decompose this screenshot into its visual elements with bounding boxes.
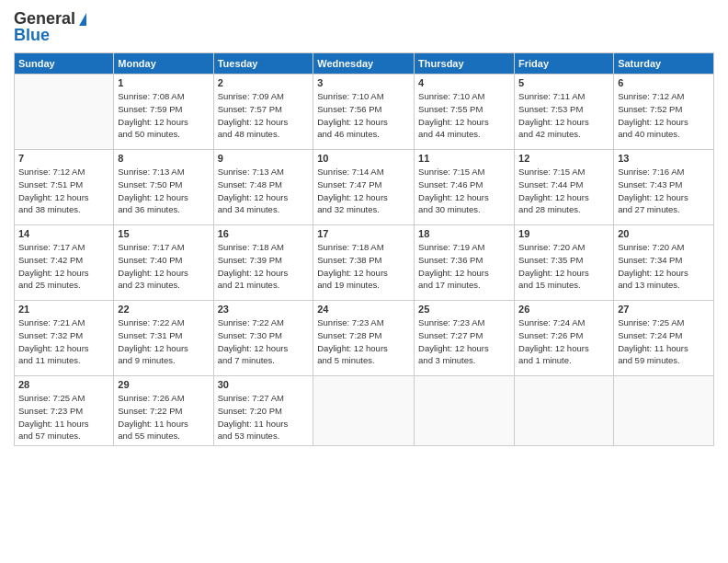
calendar-cell: 4Sunrise: 7:10 AMSunset: 7:55 PMDaylight… xyxy=(415,75,515,150)
day-info: Sunrise: 7:12 AMSunset: 7:51 PMDaylight:… xyxy=(18,166,109,216)
day-number: 16 xyxy=(218,228,310,239)
day-number: 7 xyxy=(18,153,109,164)
calendar-cell: 3Sunrise: 7:10 AMSunset: 7:56 PMDaylight… xyxy=(313,75,415,150)
day-number: 15 xyxy=(118,228,209,239)
calendar-cell: 7Sunrise: 7:12 AMSunset: 7:51 PMDaylight… xyxy=(15,150,114,225)
weekday-header-row: SundayMondayTuesdayWednesdayThursdayFrid… xyxy=(15,53,714,75)
day-info: Sunrise: 7:10 AMSunset: 7:55 PMDaylight:… xyxy=(418,90,510,141)
logo-blue: Blue xyxy=(14,26,50,45)
day-info: Sunrise: 7:26 AMSunset: 7:22 PMDaylight:… xyxy=(118,392,209,442)
day-number: 1 xyxy=(118,77,209,88)
calendar-cell: 16Sunrise: 7:18 AMSunset: 7:39 PMDayligh… xyxy=(213,225,313,301)
week-row-3: 14Sunrise: 7:17 AMSunset: 7:42 PMDayligh… xyxy=(15,225,714,301)
day-info: Sunrise: 7:20 AMSunset: 7:34 PMDaylight:… xyxy=(618,241,710,292)
calendar-cell: 9Sunrise: 7:13 AMSunset: 7:48 PMDaylight… xyxy=(213,150,313,225)
calendar-cell: 29Sunrise: 7:26 AMSunset: 7:22 PMDayligh… xyxy=(114,376,213,446)
logo: General Blue xyxy=(14,9,86,45)
calendar-cell: 11Sunrise: 7:15 AMSunset: 7:46 PMDayligh… xyxy=(415,150,515,225)
calendar-cell: 19Sunrise: 7:20 AMSunset: 7:35 PMDayligh… xyxy=(515,225,614,301)
weekday-header-monday: Monday xyxy=(114,53,213,75)
day-number: 6 xyxy=(618,77,710,88)
calendar-cell: 27Sunrise: 7:25 AMSunset: 7:24 PMDayligh… xyxy=(614,301,714,376)
day-number: 3 xyxy=(317,77,410,88)
calendar-cell xyxy=(415,376,515,446)
day-number: 2 xyxy=(218,77,310,88)
week-row-4: 21Sunrise: 7:21 AMSunset: 7:32 PMDayligh… xyxy=(15,301,714,376)
day-number: 23 xyxy=(218,304,310,315)
day-number: 26 xyxy=(518,304,609,315)
day-number: 20 xyxy=(618,228,710,239)
calendar-cell: 8Sunrise: 7:13 AMSunset: 7:50 PMDaylight… xyxy=(114,150,213,225)
day-number: 12 xyxy=(518,153,609,164)
header: General Blue xyxy=(14,9,714,45)
day-number: 30 xyxy=(218,379,310,390)
page: General Blue SundayMondayTuesdayWednesda… xyxy=(0,0,728,563)
day-number: 22 xyxy=(118,304,209,315)
calendar-cell xyxy=(515,376,614,446)
day-info: Sunrise: 7:23 AMSunset: 7:27 PMDaylight:… xyxy=(418,316,510,367)
calendar-cell: 15Sunrise: 7:17 AMSunset: 7:40 PMDayligh… xyxy=(114,225,213,301)
day-number: 11 xyxy=(418,153,510,164)
calendar-cell: 17Sunrise: 7:18 AMSunset: 7:38 PMDayligh… xyxy=(313,225,415,301)
calendar-cell: 28Sunrise: 7:25 AMSunset: 7:23 PMDayligh… xyxy=(15,376,114,446)
week-row-5: 28Sunrise: 7:25 AMSunset: 7:23 PMDayligh… xyxy=(15,376,714,446)
day-info: Sunrise: 7:15 AMSunset: 7:44 PMDaylight:… xyxy=(518,166,609,216)
day-number: 5 xyxy=(518,77,609,88)
calendar-cell: 10Sunrise: 7:14 AMSunset: 7:47 PMDayligh… xyxy=(313,150,415,225)
weekday-header-sunday: Sunday xyxy=(15,53,114,75)
weekday-header-thursday: Thursday xyxy=(415,53,515,75)
calendar-cell: 22Sunrise: 7:22 AMSunset: 7:31 PMDayligh… xyxy=(114,301,213,376)
calendar-cell: 12Sunrise: 7:15 AMSunset: 7:44 PMDayligh… xyxy=(515,150,614,225)
day-info: Sunrise: 7:17 AMSunset: 7:42 PMDaylight:… xyxy=(18,241,109,292)
day-info: Sunrise: 7:15 AMSunset: 7:46 PMDaylight:… xyxy=(418,166,510,216)
weekday-header-saturday: Saturday xyxy=(614,53,714,75)
calendar-cell: 26Sunrise: 7:24 AMSunset: 7:26 PMDayligh… xyxy=(515,301,614,376)
calendar-cell: 5Sunrise: 7:11 AMSunset: 7:53 PMDaylight… xyxy=(515,75,614,150)
day-number: 18 xyxy=(418,228,510,239)
day-info: Sunrise: 7:18 AMSunset: 7:38 PMDaylight:… xyxy=(317,241,410,292)
day-info: Sunrise: 7:17 AMSunset: 7:40 PMDaylight:… xyxy=(118,241,209,292)
calendar-table: SundayMondayTuesdayWednesdayThursdayFrid… xyxy=(14,52,714,446)
day-info: Sunrise: 7:13 AMSunset: 7:48 PMDaylight:… xyxy=(218,166,310,216)
calendar-cell: 14Sunrise: 7:17 AMSunset: 7:42 PMDayligh… xyxy=(15,225,114,301)
day-number: 25 xyxy=(418,304,510,315)
calendar-cell xyxy=(313,376,415,446)
calendar-cell: 20Sunrise: 7:20 AMSunset: 7:34 PMDayligh… xyxy=(614,225,714,301)
day-number: 4 xyxy=(418,77,510,88)
weekday-header-wednesday: Wednesday xyxy=(313,53,415,75)
day-info: Sunrise: 7:22 AMSunset: 7:30 PMDaylight:… xyxy=(218,316,310,367)
day-info: Sunrise: 7:09 AMSunset: 7:57 PMDaylight:… xyxy=(218,90,310,141)
day-info: Sunrise: 7:27 AMSunset: 7:20 PMDaylight:… xyxy=(218,392,310,442)
calendar-cell: 1Sunrise: 7:08 AMSunset: 7:59 PMDaylight… xyxy=(114,75,213,150)
day-info: Sunrise: 7:13 AMSunset: 7:50 PMDaylight:… xyxy=(118,166,209,216)
day-number: 19 xyxy=(518,228,609,239)
day-number: 27 xyxy=(618,304,710,315)
calendar-cell: 23Sunrise: 7:22 AMSunset: 7:30 PMDayligh… xyxy=(213,301,313,376)
day-info: Sunrise: 7:10 AMSunset: 7:56 PMDaylight:… xyxy=(317,90,410,141)
day-number: 17 xyxy=(317,228,410,239)
day-info: Sunrise: 7:14 AMSunset: 7:47 PMDaylight:… xyxy=(317,166,410,216)
day-number: 10 xyxy=(317,153,410,164)
week-row-1: 1Sunrise: 7:08 AMSunset: 7:59 PMDaylight… xyxy=(15,75,714,150)
week-row-2: 7Sunrise: 7:12 AMSunset: 7:51 PMDaylight… xyxy=(15,150,714,225)
day-info: Sunrise: 7:25 AMSunset: 7:23 PMDaylight:… xyxy=(18,392,109,442)
day-number: 24 xyxy=(317,304,410,315)
calendar-cell: 13Sunrise: 7:16 AMSunset: 7:43 PMDayligh… xyxy=(614,150,714,225)
day-info: Sunrise: 7:20 AMSunset: 7:35 PMDaylight:… xyxy=(518,241,609,292)
weekday-header-tuesday: Tuesday xyxy=(213,53,313,75)
day-number: 9 xyxy=(218,153,310,164)
day-info: Sunrise: 7:12 AMSunset: 7:52 PMDaylight:… xyxy=(618,90,710,141)
logo-triangle-icon xyxy=(79,13,86,26)
day-info: Sunrise: 7:19 AMSunset: 7:36 PMDaylight:… xyxy=(418,241,510,292)
day-info: Sunrise: 7:08 AMSunset: 7:59 PMDaylight:… xyxy=(118,90,209,141)
day-number: 14 xyxy=(18,228,109,239)
calendar-cell: 30Sunrise: 7:27 AMSunset: 7:20 PMDayligh… xyxy=(213,376,313,446)
day-info: Sunrise: 7:11 AMSunset: 7:53 PMDaylight:… xyxy=(518,90,609,141)
calendar-cell: 6Sunrise: 7:12 AMSunset: 7:52 PMDaylight… xyxy=(614,75,714,150)
day-number: 13 xyxy=(618,153,710,164)
calendar-cell: 2Sunrise: 7:09 AMSunset: 7:57 PMDaylight… xyxy=(213,75,313,150)
calendar-cell xyxy=(15,75,114,150)
day-info: Sunrise: 7:16 AMSunset: 7:43 PMDaylight:… xyxy=(618,166,710,216)
day-info: Sunrise: 7:23 AMSunset: 7:28 PMDaylight:… xyxy=(317,316,410,367)
day-number: 29 xyxy=(118,379,209,390)
